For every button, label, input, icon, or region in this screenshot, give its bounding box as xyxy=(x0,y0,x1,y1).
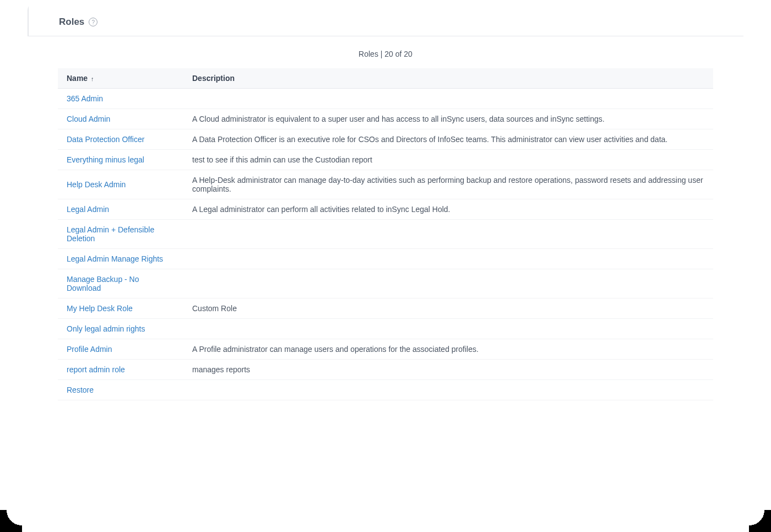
role-link[interactable]: Only legal admin rights xyxy=(67,324,145,333)
cell-name: Only legal admin rights xyxy=(58,319,183,339)
role-link[interactable]: Manage Backup - No Download xyxy=(67,275,139,292)
cell-name: Manage Backup - No Download xyxy=(58,269,183,298)
cell-description: A Help-Desk administrator can manage day… xyxy=(183,170,713,199)
role-link[interactable]: Profile Admin xyxy=(67,345,112,354)
cell-name: Legal Admin xyxy=(58,199,183,220)
role-link[interactable]: Data Protection Officer xyxy=(67,135,144,144)
cell-name: Help Desk Admin xyxy=(58,170,183,199)
table-row: Legal AdminA Legal administrator can per… xyxy=(58,199,713,220)
role-link[interactable]: report admin role xyxy=(67,365,125,374)
cell-name: report admin role xyxy=(58,360,183,380)
role-link[interactable]: Everything minus legal xyxy=(67,155,144,164)
cell-name: My Help Desk Role xyxy=(58,298,183,319)
cell-description xyxy=(183,319,713,339)
cell-name: Cloud Admin xyxy=(58,109,183,129)
table-row: 365 Admin xyxy=(58,89,713,109)
role-link[interactable]: Help Desk Admin xyxy=(67,180,126,189)
cell-name: Data Protection Officer xyxy=(58,129,183,150)
table-row: Manage Backup - No Download xyxy=(58,269,713,298)
table-row: Legal Admin + Defensible Deletion xyxy=(58,220,713,249)
cell-description xyxy=(183,89,713,109)
role-link[interactable]: 365 Admin xyxy=(67,94,103,103)
cell-name: Restore xyxy=(58,380,183,400)
cell-description: manages reports xyxy=(183,360,713,380)
cell-name: Everything minus legal xyxy=(58,150,183,170)
column-header-name-label: Name xyxy=(67,74,88,83)
page-header: Roles ? xyxy=(28,0,743,36)
cell-description xyxy=(183,269,713,298)
help-icon[interactable]: ? xyxy=(89,18,97,26)
table-row: Help Desk AdminA Help-Desk administrator… xyxy=(58,170,713,199)
cell-description xyxy=(183,220,713,249)
cell-name: Profile Admin xyxy=(58,339,183,360)
table-row: Everything minus legaltest to see if thi… xyxy=(58,150,713,170)
table-row: report admin rolemanages reports xyxy=(58,360,713,380)
table-row: Profile AdminA Profile administrator can… xyxy=(58,339,713,360)
cell-name: Legal Admin Manage Rights xyxy=(58,249,183,269)
cell-description: A Data Protection Officer is an executiv… xyxy=(183,129,713,150)
column-header-description-label: Description xyxy=(192,74,235,83)
table-row: Restore xyxy=(58,380,713,400)
roles-table-body: 365 AdminCloud AdminA Cloud administrato… xyxy=(58,89,713,400)
role-link[interactable]: Legal Admin + Defensible Deletion xyxy=(67,225,154,243)
content-area: Roles | 20 of 20 Name ↑ Description 365 … xyxy=(28,36,743,400)
sort-ascending-icon: ↑ xyxy=(91,75,94,82)
cell-description: test to see if this admin can use the Cu… xyxy=(183,150,713,170)
role-link[interactable]: Legal Admin Manage Rights xyxy=(67,254,163,263)
cell-name: 365 Admin xyxy=(58,89,183,109)
table-row: Cloud AdminA Cloud administrator is equi… xyxy=(58,109,713,129)
cell-description: A Cloud administrator is equivalent to a… xyxy=(183,109,713,129)
role-link[interactable]: Cloud Admin xyxy=(67,115,110,123)
table-row: Legal Admin Manage Rights xyxy=(58,249,713,269)
cell-description xyxy=(183,249,713,269)
page-container: Roles ? Roles | 20 of 20 Name ↑ Descript… xyxy=(28,0,743,400)
column-header-name[interactable]: Name ↑ xyxy=(58,68,183,89)
table-row: My Help Desk RoleCustom Role xyxy=(58,298,713,319)
column-header-description[interactable]: Description xyxy=(183,68,713,89)
table-row: Only legal admin rights xyxy=(58,319,713,339)
page-title: Roles xyxy=(59,17,84,28)
cell-name: Legal Admin + Defensible Deletion xyxy=(58,220,183,249)
table-count-label: Roles | 20 of 20 xyxy=(58,36,713,68)
cell-description xyxy=(183,380,713,400)
cell-description: Custom Role xyxy=(183,298,713,319)
role-link[interactable]: My Help Desk Role xyxy=(67,304,133,313)
role-link[interactable]: Restore xyxy=(67,386,94,394)
cell-description: A Profile administrator can manage users… xyxy=(183,339,713,360)
roles-table: Name ↑ Description 365 AdminCloud AdminA… xyxy=(58,68,713,400)
table-row: Data Protection OfficerA Data Protection… xyxy=(58,129,713,150)
cell-description: A Legal administrator can perform all ac… xyxy=(183,199,713,220)
role-link[interactable]: Legal Admin xyxy=(67,205,109,214)
